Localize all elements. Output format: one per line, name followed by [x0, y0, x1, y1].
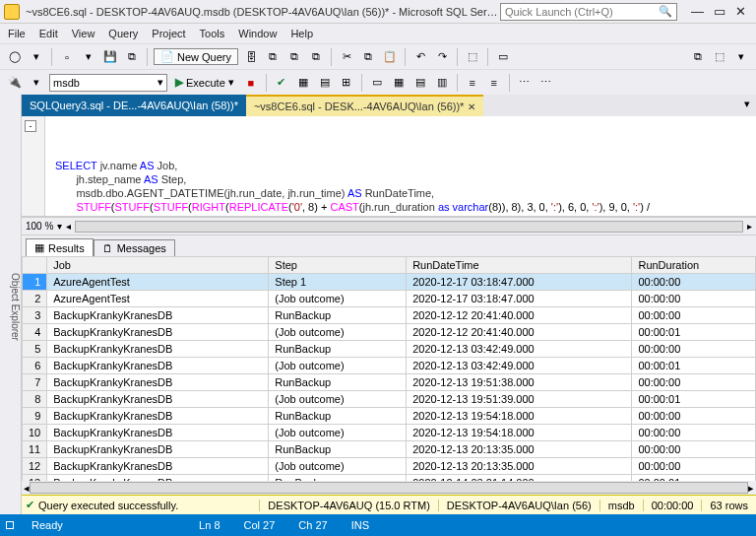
- row-number[interactable]: 6: [23, 358, 47, 374]
- scroll-left-icon[interactable]: ◂: [66, 221, 71, 232]
- maximize-button[interactable]: ▭: [714, 4, 725, 19]
- row-number[interactable]: 13: [23, 475, 47, 482]
- cell[interactable]: 2020-12-12 20:41:40.000: [407, 307, 632, 324]
- row-number[interactable]: 7: [23, 374, 47, 391]
- menu-help[interactable]: Help: [290, 28, 313, 39]
- row-number[interactable]: 10: [23, 425, 47, 441]
- cell[interactable]: 00:00:00: [632, 274, 756, 291]
- table-row[interactable]: 7BackupKrankyKranesDBRunBackup2020-12-13…: [23, 374, 756, 391]
- sql-editor[interactable]: - SELECT jv.name AS Job, jh.step_name AS…: [22, 116, 756, 217]
- table-row[interactable]: 3BackupKrankyKranesDBRunBackup2020-12-12…: [23, 307, 756, 324]
- cell[interactable]: BackupKrankyKranesDB: [47, 458, 269, 475]
- results-grid-icon[interactable]: ⊞: [338, 74, 355, 92]
- tool-r1-icon[interactable]: ⧉: [689, 48, 707, 66]
- cell[interactable]: BackupKrankyKranesDB: [47, 341, 269, 358]
- scroll-right-icon[interactable]: ▸: [748, 482, 754, 495]
- include-plan-icon[interactable]: ▤: [316, 74, 334, 92]
- tool-r2-icon[interactable]: ⬚: [711, 48, 728, 66]
- cell[interactable]: BackupKrankyKranesDB: [47, 307, 269, 324]
- connect-icon[interactable]: 🔌: [6, 74, 24, 92]
- object-explorer-rail[interactable]: Object Explorer: [0, 95, 22, 514]
- row-number[interactable]: 1: [23, 274, 47, 291]
- cell[interactable]: BackupKrankyKranesDB: [47, 441, 269, 458]
- row-number[interactable]: 3: [23, 307, 47, 324]
- save-icon[interactable]: 💾: [101, 48, 119, 66]
- indent-out-icon[interactable]: ≡: [464, 74, 481, 92]
- results-hscroll[interactable]: [30, 482, 748, 494]
- opt2-icon[interactable]: ▦: [390, 74, 408, 92]
- table-row[interactable]: 5BackupKrankyKranesDBRunBackup2020-12-13…: [23, 341, 756, 358]
- search-icon[interactable]: 🔍: [659, 5, 672, 18]
- menu-tools[interactable]: Tools: [200, 28, 225, 39]
- cell[interactable]: 2020-12-17 03:18:47.000: [407, 291, 632, 307]
- row-number[interactable]: 4: [23, 324, 47, 341]
- table-row[interactable]: 9BackupKrankyKranesDBRunBackup2020-12-13…: [23, 408, 756, 425]
- cell[interactable]: 2020-12-13 03:42:49.000: [407, 358, 632, 374]
- col-step[interactable]: Step: [269, 257, 407, 274]
- row-number[interactable]: 11: [23, 441, 47, 458]
- save-all-icon[interactable]: ⧉: [123, 48, 141, 66]
- cell[interactable]: AzureAgentTest: [47, 291, 269, 307]
- cell[interactable]: RunBackup: [269, 408, 407, 425]
- opt4-icon[interactable]: ▥: [433, 74, 451, 92]
- cell[interactable]: 2020-12-12 20:41:40.000: [407, 324, 632, 341]
- uncomment-icon[interactable]: ⋯: [537, 74, 555, 92]
- tab-vs8ce6[interactable]: ~vs8CE6.sql - DESK...-4AV6AUQ\Ian (56))*…: [246, 95, 483, 116]
- open-icon[interactable]: ▾: [80, 48, 97, 66]
- cell[interactable]: 00:00:00: [632, 425, 756, 441]
- new-file-icon[interactable]: ▫: [58, 48, 76, 66]
- cell[interactable]: RunBackup: [269, 374, 407, 391]
- cell[interactable]: 00:00:00: [632, 341, 756, 358]
- db-icon[interactable]: 🗄: [242, 48, 260, 66]
- col-job[interactable]: Job: [47, 257, 269, 274]
- cell[interactable]: (Job outcome): [269, 358, 407, 374]
- cell[interactable]: 2020-12-13 19:54:18.000: [407, 425, 632, 441]
- row-number[interactable]: 5: [23, 341, 47, 358]
- execute-button[interactable]: ▶ Execute ▾: [171, 75, 238, 90]
- paste-icon[interactable]: 📋: [381, 48, 399, 66]
- change-conn-icon[interactable]: ▾: [28, 74, 45, 92]
- database-select[interactable]: msdb▾: [49, 74, 167, 92]
- row-number[interactable]: 2: [23, 291, 47, 307]
- cell[interactable]: 00:00:00: [632, 408, 756, 425]
- cell[interactable]: 00:00:00: [632, 307, 756, 324]
- quick-launch-input[interactable]: [505, 6, 659, 18]
- cell[interactable]: BackupKrankyKranesDB: [47, 358, 269, 374]
- indent-in-icon[interactable]: ≡: [485, 74, 503, 92]
- table-row[interactable]: 13BackupKrankyKranesDBRunBackup2020-12-1…: [23, 475, 756, 482]
- tool-b-icon[interactable]: ▭: [494, 48, 512, 66]
- zoom-dropdown-icon[interactable]: ▾: [57, 221, 62, 232]
- menu-file[interactable]: File: [8, 28, 26, 39]
- row-number[interactable]: 9: [23, 408, 47, 425]
- table-row[interactable]: 1AzureAgentTestStep 12020-12-17 03:18:47…: [23, 274, 756, 291]
- display-plan-icon[interactable]: ▦: [294, 74, 312, 92]
- cell[interactable]: (Job outcome): [269, 458, 407, 475]
- row-number[interactable]: 12: [23, 458, 47, 475]
- table-row[interactable]: 2AzureAgentTest(Job outcome)2020-12-17 0…: [23, 291, 756, 307]
- opt1-icon[interactable]: ▭: [368, 74, 386, 92]
- opt3-icon[interactable]: ▤: [411, 74, 429, 92]
- mv-icon[interactable]: ⧉: [307, 48, 325, 66]
- stop-icon[interactable]: ■: [242, 74, 260, 92]
- cell[interactable]: 2020-12-13 20:13:35.000: [407, 441, 632, 458]
- cut-icon[interactable]: ✂: [338, 48, 355, 66]
- cell[interactable]: 2020-12-13 20:13:35.000: [407, 458, 632, 475]
- menu-view[interactable]: View: [72, 28, 95, 39]
- menu-window[interactable]: Window: [238, 28, 277, 39]
- menu-query[interactable]: Query: [108, 28, 138, 39]
- cell[interactable]: 2020-12-13 19:51:39.000: [407, 391, 632, 408]
- minimize-button[interactable]: —: [691, 4, 704, 19]
- cell[interactable]: RunBackup: [269, 475, 407, 482]
- cell[interactable]: (Job outcome): [269, 391, 407, 408]
- menu-project[interactable]: Project: [152, 28, 185, 39]
- tab-sqlquery3[interactable]: SQLQuery3.sql - DE...-4AV6AUQ\Ian (58))*: [22, 95, 246, 116]
- cell[interactable]: 00:00:01: [632, 391, 756, 408]
- table-row[interactable]: 4BackupKrankyKranesDB(Job outcome)2020-1…: [23, 324, 756, 341]
- results-grid-wrap[interactable]: JobStepRunDateTimeRunDuration 1AzureAgen…: [22, 256, 756, 481]
- cell[interactable]: Step 1: [269, 274, 407, 291]
- table-row[interactable]: 8BackupKrankyKranesDB(Job outcome)2020-1…: [23, 391, 756, 408]
- col-rundatetime[interactable]: RunDateTime: [407, 257, 632, 274]
- xe-icon[interactable]: ⧉: [264, 48, 282, 66]
- table-row[interactable]: 11BackupKrankyKranesDBRunBackup2020-12-1…: [23, 441, 756, 458]
- cell[interactable]: 00:00:01: [632, 475, 756, 482]
